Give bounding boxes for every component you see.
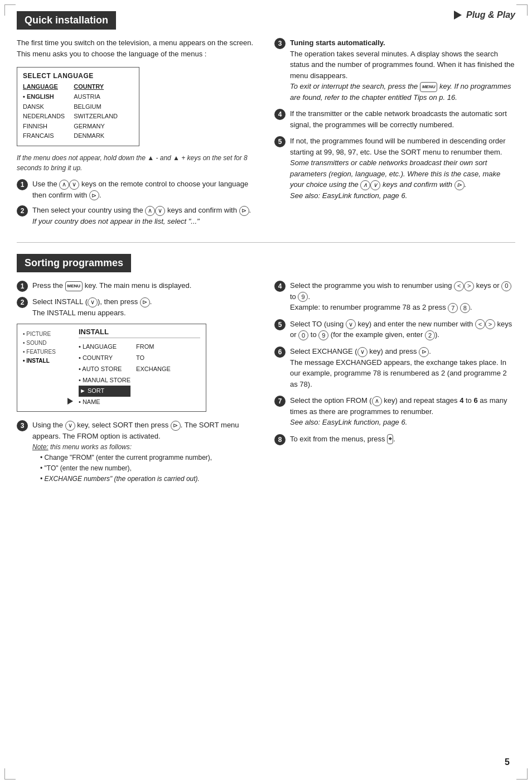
sort-right-8-text: To exit from the menus, press ⎆. <box>290 434 515 445</box>
right-step-3-text: Tuning starts automatically. The operati… <box>290 37 515 103</box>
country-switzerland: SWITZERLAND <box>74 112 118 122</box>
quick-installation-section: Quick installation The first time you sw… <box>17 11 515 231</box>
section-divider <box>17 242 515 243</box>
install-sidebar: • PICTURE • SOUND • FEATURES • INSTALL <box>23 328 62 408</box>
sort-right-5-text: Select TO (using ∨ key) and enter the ne… <box>290 319 515 340</box>
sort-right-step-4: 4 Select the programme you wish to renum… <box>274 280 515 313</box>
sidebar-install: • INSTALL <box>23 357 62 365</box>
bullet-to: "TO" (enter the new number), <box>40 463 258 474</box>
install-from-to: FROM TO EXCHANGE <box>136 342 171 408</box>
install-menu-items: • LANGUAGE • COUNTRY • AUTO STORE • MANU… <box>79 342 130 408</box>
sorting-programmes-section: Sorting programmes 1 Press the MENU key.… <box>17 254 515 489</box>
sort-right-step-5: 5 Select TO (using ∨ key) and enter the … <box>274 319 515 340</box>
sort-right-4-text: Select the programme you wish to renumbe… <box>290 280 515 313</box>
sorting-right: 4 Select the programme you wish to renum… <box>274 280 515 489</box>
quick-right-step-5: 5 If not, the programmes found will be n… <box>274 136 515 201</box>
right-step-5-text: If not, the programmes found will be num… <box>290 136 515 201</box>
menu-language: • LANGUAGE <box>79 342 130 353</box>
sort-step-3: 3 Using the ∨ key, select SORT then pres… <box>17 420 258 484</box>
country-austria: AUSTRIA <box>74 92 118 102</box>
lang-column: LANGUAGE ENGLISH DANSK NEDERLANDS FINNIS… <box>23 83 65 141</box>
step-2-text: Then select your country using the ∧∨ ke… <box>32 205 258 227</box>
menu-manual-store: • MANUAL STORE <box>79 375 130 386</box>
sort-right-7-text: Select the option FROM (∧ key) and repea… <box>290 395 515 428</box>
plug-play-header: Plug & Play <box>454 10 515 20</box>
install-content: INSTALL • LANGUAGE • COUNTRY • AUTO STOR… <box>79 328 200 408</box>
menu-country: • COUNTRY <box>79 353 130 364</box>
install-items: • LANGUAGE • COUNTRY • AUTO STORE • MANU… <box>79 342 200 408</box>
bullet-exchange: EXCHANGE numbers" (the operation is carr… <box>40 474 258 484</box>
step-num-2: 2 <box>17 205 28 217</box>
install-arrow <box>67 328 73 408</box>
lang-item-francais: FRANCAIS <box>23 131 65 141</box>
sidebar-features: • FEATURES <box>23 348 62 356</box>
quick-install-right: 3 Tuning starts automatically. The opera… <box>274 37 515 231</box>
step-num-1: 1 <box>17 179 28 190</box>
lang-item-finnish: FINNISH <box>23 122 65 132</box>
italic-note-menu: If the menu does not appear, hold down t… <box>17 153 258 173</box>
lang-table: LANGUAGE ENGLISH DANSK NEDERLANDS FINNIS… <box>23 83 133 141</box>
sidebar-sound: • SOUND <box>23 339 62 347</box>
to-label: TO <box>136 353 171 364</box>
sort-step-num-1: 1 <box>17 281 28 292</box>
lang-item-nederlands: NEDERLANDS <box>23 112 65 122</box>
right-step-num-3: 3 <box>274 38 286 49</box>
quick-install-layout: The first time you switch on the televis… <box>17 37 515 231</box>
sorting-layout: 1 Press the MENU key. The main menu is d… <box>17 280 515 489</box>
country-header: COUNTRY <box>74 83 118 90</box>
sort-right-num-5: 5 <box>274 319 286 330</box>
sort-step-2-text: Select INSTALL (∨), then press ⊳. The IN… <box>32 296 258 318</box>
sort-right-num-8: 8 <box>274 434 286 445</box>
lang-box-title: SELECT LANGUAGE <box>23 72 133 80</box>
quick-right-step-4: 4 If the transmitter or the cable networ… <box>274 108 515 130</box>
lang-item-dansk: DANSK <box>23 102 65 112</box>
right-step-num-4: 4 <box>274 109 286 120</box>
plug-play-label: Plug & Play <box>466 10 515 20</box>
sort-right-num-6: 6 <box>274 347 286 358</box>
corner-mark-bl <box>4 768 16 780</box>
corner-mark-tr <box>516 4 528 16</box>
quick-installation-title: Quick installation <box>17 11 116 30</box>
quick-install-left: The first time you switch on the televis… <box>17 37 258 231</box>
sorting-programmes-title: Sorting programmes <box>17 254 131 272</box>
step-1-text: Use the ∧∨ keys on the remote control to… <box>32 179 258 200</box>
right-step-4-text: If the transmitter or the cable network … <box>290 108 515 130</box>
country-germany: GERMANY <box>74 122 118 132</box>
sort-step-3-text: Using the ∨ key, select SORT then press … <box>32 420 258 484</box>
sidebar-picture: • PICTURE <box>23 330 62 338</box>
plug-play-arrow-icon <box>454 11 462 20</box>
sort-right-num-7: 7 <box>274 396 286 407</box>
corner-mark-br <box>516 768 528 780</box>
quick-step-2: 2 Then select your country using the ∧∨ … <box>17 205 258 227</box>
menu-sort: ► SORT <box>79 386 130 397</box>
exchange-label: EXCHANGE <box>136 364 171 375</box>
menu-auto-store: • AUTO STORE <box>79 364 130 375</box>
sort-step-1-text: Press the MENU key. The main menu is dis… <box>32 280 258 291</box>
sort-step-num-2: 2 <box>17 297 28 308</box>
sort-step-2: 2 Select INSTALL (∨), then press ⊳. The … <box>17 296 258 318</box>
sort-right-num-4: 4 <box>274 281 286 292</box>
sort-right-step-8: 8 To exit from the menus, press ⎆. <box>274 434 515 445</box>
page-number: 5 <box>505 757 510 767</box>
sort-step-1: 1 Press the MENU key. The main menu is d… <box>17 280 258 292</box>
corner-mark-tl <box>4 4 16 16</box>
country-denmark: DENMARK <box>74 131 118 141</box>
from-label: FROM <box>136 342 171 353</box>
install-arrow-icon <box>67 398 73 405</box>
bullet-change: Change "FROM" (enter the current program… <box>40 453 258 463</box>
sorting-left: 1 Press the MENU key. The main menu is d… <box>17 280 258 489</box>
menu-name: • NAME <box>79 397 130 408</box>
quick-right-step-3: 3 Tuning starts automatically. The opera… <box>274 37 515 103</box>
quick-install-intro: The first time you switch on the televis… <box>17 37 258 59</box>
lang-item-english: ENGLISH <box>23 92 65 102</box>
sort-step-num-3: 3 <box>17 420 28 431</box>
lang-header: LANGUAGE <box>23 83 65 90</box>
right-step-num-5: 5 <box>274 136 286 147</box>
install-menu-box: • PICTURE • SOUND • FEATURES • INSTALL I… <box>17 324 206 412</box>
install-title: INSTALL <box>79 328 200 338</box>
quick-step-1: 1 Use the ∧∨ keys on the remote control … <box>17 179 258 200</box>
sort-right-6-text: Select EXCHANGE (∨ key) and press ⊳. The… <box>290 346 515 389</box>
country-column: COUNTRY AUSTRIA BELGIUM SWITZERLAND GERM… <box>74 83 118 141</box>
sort-right-step-6: 6 Select EXCHANGE (∨ key) and press ⊳. T… <box>274 346 515 389</box>
country-belgium: BELGIUM <box>74 102 118 112</box>
